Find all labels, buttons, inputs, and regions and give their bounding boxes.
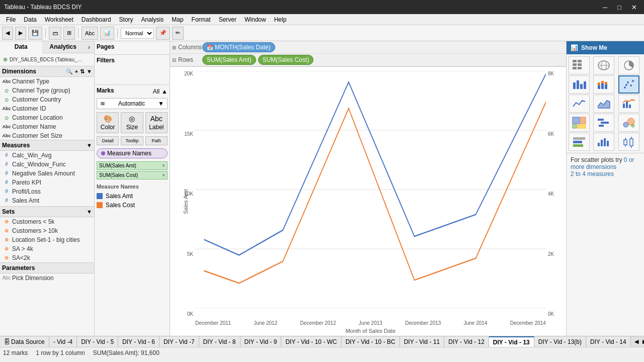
measure-calc-window[interactable]: # Calc_Window_Func xyxy=(0,160,94,169)
layout-button[interactable]: ⊞ xyxy=(63,27,75,40)
measure-calc-win-avg[interactable]: # Calc_Win_Avg xyxy=(0,151,94,160)
save-button[interactable]: 💾 xyxy=(28,27,42,40)
chart-type-area[interactable] xyxy=(593,95,614,113)
format-button[interactable]: ✏ xyxy=(172,27,184,40)
tab-prev-btn[interactable]: ◀ xyxy=(633,338,640,345)
set-sa-2k[interactable]: ⊗ SA<2k xyxy=(0,253,94,262)
tab-vid-7[interactable]: DIY - Vid -7 xyxy=(159,336,199,347)
set-customers-10k[interactable]: ⊗ Customers > 10k xyxy=(0,226,94,235)
marks-collapse-icon[interactable]: ▲ xyxy=(162,88,168,95)
rows-pill-1[interactable]: SUM(Sales Amt) xyxy=(202,55,256,65)
fit-button[interactable]: Abc xyxy=(82,27,98,40)
minimize-button[interactable]: ─ xyxy=(600,3,610,12)
tab-vid-12[interactable]: DIY - Vid - 12 xyxy=(444,336,489,347)
tab-vid-4[interactable]: - Vid -4 xyxy=(49,336,77,347)
param-pick-dimension[interactable]: Abc Pick Dimension xyxy=(0,274,94,283)
field-customer-set-size[interactable]: Abc Customer Set Size xyxy=(0,131,94,140)
chart-type-treemap[interactable] xyxy=(569,114,590,132)
search-icon[interactable]: 🔍 xyxy=(66,68,73,75)
maximize-button[interactable]: □ xyxy=(614,3,624,12)
menu-item-data[interactable]: Data xyxy=(20,15,40,24)
sets-header[interactable]: Sets ▼ xyxy=(0,206,94,217)
chart-type-bar[interactable] xyxy=(569,75,590,94)
field-channel-type-group[interactable]: ⊙ Channel Type (group) xyxy=(0,86,94,95)
field-customer-location[interactable]: ⊙ Customer Location xyxy=(0,113,94,122)
chart-type-line[interactable] xyxy=(569,95,590,113)
tooltip-button[interactable]: Tooltip xyxy=(121,136,143,145)
dimensions-header[interactable]: Dimensions 🔍 + ⇅ ▼ xyxy=(0,66,94,77)
chart-type-bubble[interactable] xyxy=(618,114,639,132)
chart-type-map[interactable] xyxy=(593,56,614,74)
set-location[interactable]: ⊗ Location Set-1 - big cities xyxy=(0,235,94,244)
tab-vid-6[interactable]: DIY - Vid - 6 xyxy=(118,336,159,347)
menu-item-dashboard[interactable]: Dashboard xyxy=(77,15,115,24)
tab-vid-13[interactable]: DIY - Vid - 13 xyxy=(489,336,534,347)
rows-pill-2[interactable]: SUM(Sales Cost) xyxy=(258,55,314,65)
measure-names-pill[interactable]: Measure Names xyxy=(97,148,168,158)
marks-type-select[interactable]: ≋ Automatic ▼ xyxy=(97,98,168,109)
menu-item-format[interactable]: Format xyxy=(188,15,215,24)
new-datasource-button[interactable]: 🗃 xyxy=(49,27,61,40)
sum-sales-cost-row[interactable]: SUM(Sales Cost) × xyxy=(97,171,168,179)
tab-next-btn[interactable]: ▶ xyxy=(641,338,644,345)
tab-vid-14[interactable]: DIY - Vid - 14 xyxy=(586,336,631,347)
label-button[interactable]: Abc Label xyxy=(145,112,168,133)
menu-item-help[interactable]: Help xyxy=(270,15,291,24)
menu-item-story[interactable]: Story xyxy=(115,15,137,24)
chart-type-stacked-bar[interactable] xyxy=(593,75,614,94)
sort-icon[interactable]: ⇅ xyxy=(80,68,85,75)
tab-vid-10-bc[interactable]: DIY - Vid - 10 - BC xyxy=(342,336,400,347)
chart-type-text-table[interactable] xyxy=(569,56,590,74)
redo-button[interactable]: ▶ xyxy=(15,27,26,40)
panel-arrow[interactable]: › xyxy=(84,41,94,53)
measure-pareto[interactable]: # Pareto KPI xyxy=(0,178,94,187)
collapse-icon[interactable]: ▼ xyxy=(87,68,92,75)
chart-type-dual-combo[interactable] xyxy=(618,95,639,113)
measure-sales-amt[interactable]: # Sales Amt xyxy=(0,196,94,205)
tab-vid-13b[interactable]: DIY - Vid - 13(b) xyxy=(534,336,586,347)
collapse-sets-icon[interactable]: ▼ xyxy=(87,209,92,215)
tab-vid-9[interactable]: DIY - Vid - 9 xyxy=(240,336,282,347)
menu-item-analysis[interactable]: Analysis xyxy=(137,15,168,24)
menu-item-server[interactable]: Server xyxy=(215,15,240,24)
detail-button[interactable]: Detail xyxy=(97,136,119,145)
datasource-tab[interactable]: 🗄 Data Source xyxy=(0,336,49,347)
parameters-header[interactable]: Parameters xyxy=(0,262,94,274)
tab-vid-10-wc[interactable]: DIY - Vid - 10 - WC xyxy=(281,336,341,347)
show-me-header[interactable]: 📊 Show Me xyxy=(567,41,644,54)
close-button[interactable]: ✕ xyxy=(628,3,640,12)
color-button[interactable]: 🎨 Color xyxy=(97,112,119,133)
sum-sales-amt-row[interactable]: SUM(Sales Amt) × xyxy=(97,161,168,170)
add-icon[interactable]: + xyxy=(75,68,78,75)
field-customer-id[interactable]: Abc Customer ID xyxy=(0,104,94,113)
field-customer-name[interactable]: Abc Customer Name xyxy=(0,122,94,131)
chart-type-gantt[interactable] xyxy=(593,114,614,132)
collapse-measures-icon[interactable]: ▼ xyxy=(87,142,92,148)
measure-negative-sales[interactable]: # Negative Sales Amount xyxy=(0,169,94,178)
measure-profit-loss[interactable]: # Profit/Loss xyxy=(0,187,94,196)
menu-item-file[interactable]: File xyxy=(2,15,20,24)
menu-item-window[interactable]: Window xyxy=(240,15,270,24)
tab-vid-11[interactable]: DIY - Vid - 11 xyxy=(400,336,445,347)
sum-sales-amt-remove[interactable]: × xyxy=(162,163,165,168)
analytics-tab[interactable]: Analytics xyxy=(42,41,85,53)
columns-pill[interactable]: 📅 MONTH(Sales Date) xyxy=(202,42,275,52)
path-button[interactable]: Path xyxy=(145,136,168,145)
menu-item-map[interactable]: Map xyxy=(168,15,187,24)
set-sa-4k[interactable]: ⊗ SA > 4k xyxy=(0,244,94,253)
set-customers-5k[interactable]: ⊗ Customers < 5k xyxy=(0,217,94,226)
chart-type-boxplot[interactable] xyxy=(618,133,639,151)
tab-vid-8[interactable]: DIY - Vid - 8 xyxy=(199,336,240,347)
data-tab[interactable]: Data xyxy=(0,41,42,53)
sum-sales-cost-remove[interactable]: × xyxy=(162,172,165,178)
data-source-item[interactable]: ⊕ DIY_SALES_BDCS (Tableau_DIY... xyxy=(1,55,93,64)
chart-type-bullet[interactable] xyxy=(569,133,590,151)
chart-type-pie[interactable] xyxy=(618,56,639,74)
chart-type-scatter[interactable] xyxy=(618,75,639,94)
field-channel-type[interactable]: Abc Channel Type xyxy=(0,77,94,86)
normal-select[interactable]: Normal xyxy=(121,28,154,39)
menu-item-worksheet[interactable]: Worksheet xyxy=(41,15,77,24)
measures-header[interactable]: Measures ▼ xyxy=(0,140,94,151)
pin-button[interactable]: 📌 xyxy=(156,27,170,40)
tab-vid-5[interactable]: DIY - Vid - 5 xyxy=(77,336,118,347)
